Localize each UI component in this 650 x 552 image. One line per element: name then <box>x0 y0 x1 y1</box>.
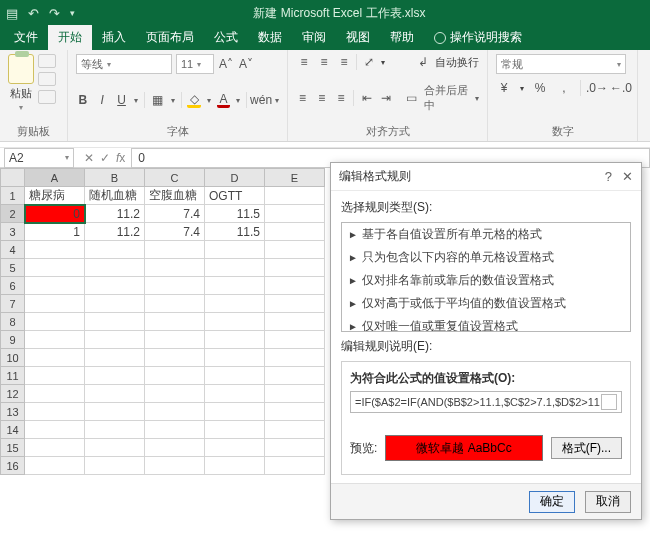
cell[interactable] <box>25 295 85 313</box>
cell[interactable] <box>265 367 325 385</box>
cell[interactable] <box>25 241 85 259</box>
cell[interactable] <box>205 259 265 277</box>
cell[interactable] <box>145 313 205 331</box>
font-name-combo[interactable]: 等线▾ <box>76 54 172 74</box>
cell[interactable] <box>265 439 325 457</box>
cell[interactable]: OGTT <box>205 187 265 205</box>
cell[interactable] <box>25 259 85 277</box>
cell[interactable] <box>205 403 265 421</box>
cell[interactable] <box>85 313 145 331</box>
cell[interactable] <box>265 223 325 241</box>
cell[interactable] <box>145 277 205 295</box>
rule-type-list[interactable]: ►基于各自值设置所有单元格的格式►只为包含以下内容的单元格设置格式►仅对排名靠前… <box>341 222 631 332</box>
cut-icon[interactable] <box>38 54 56 68</box>
cancel-icon[interactable]: ✕ <box>84 151 94 165</box>
row-header[interactable]: 8 <box>1 313 25 331</box>
cell[interactable] <box>25 367 85 385</box>
col-header[interactable]: C <box>145 169 205 187</box>
col-header[interactable]: A <box>25 169 85 187</box>
enter-icon[interactable]: ✓ <box>100 151 110 165</box>
cell[interactable] <box>145 403 205 421</box>
cell[interactable] <box>205 421 265 439</box>
cell[interactable] <box>145 439 205 457</box>
align-right-icon[interactable]: ≡ <box>334 90 347 106</box>
rule-type-item[interactable]: ►仅对唯一值或重复值设置格式 <box>342 315 630 332</box>
cell[interactable] <box>205 277 265 295</box>
cell[interactable] <box>145 241 205 259</box>
cell[interactable] <box>85 367 145 385</box>
rule-type-item[interactable]: ►仅对高于或低于平均值的数值设置格式 <box>342 292 630 315</box>
chevron-down-icon[interactable]: ▾ <box>19 103 23 112</box>
cell[interactable] <box>205 439 265 457</box>
cell[interactable] <box>265 295 325 313</box>
row-header[interactable]: 4 <box>1 241 25 259</box>
font-size-combo[interactable]: 11▾ <box>176 54 214 74</box>
ok-button[interactable]: 确定 <box>529 491 575 513</box>
cell[interactable] <box>145 331 205 349</box>
cell[interactable] <box>85 439 145 457</box>
cell[interactable] <box>205 313 265 331</box>
cell[interactable] <box>145 385 205 403</box>
wrap-text-label[interactable]: 自动换行 <box>435 55 479 70</box>
fill-color-icon[interactable]: ◇ <box>187 92 200 108</box>
tab-view[interactable]: 视图 <box>336 25 380 50</box>
row-header[interactable]: 15 <box>1 439 25 457</box>
percent-icon[interactable]: % <box>532 80 548 96</box>
tab-file[interactable]: 文件 <box>4 25 48 50</box>
italic-icon[interactable]: I <box>95 92 108 108</box>
cell[interactable] <box>265 313 325 331</box>
row-header[interactable]: 9 <box>1 331 25 349</box>
cell[interactable]: 随机血糖 <box>85 187 145 205</box>
format-button[interactable]: 格式(F)... <box>551 437 622 459</box>
help-icon[interactable]: ? <box>605 169 612 184</box>
comma-icon[interactable]: , <box>556 80 572 96</box>
cell[interactable] <box>25 331 85 349</box>
cell[interactable] <box>265 385 325 403</box>
increase-decimal-icon[interactable]: .0→ <box>589 80 605 96</box>
decrease-font-icon[interactable]: A˅ <box>238 56 254 72</box>
rule-type-item[interactable]: ►基于各自值设置所有单元格的格式 <box>342 223 630 246</box>
paste-button[interactable]: 粘贴 ▾ <box>8 54 34 112</box>
cell[interactable] <box>85 277 145 295</box>
tab-home[interactable]: 开始 <box>48 25 92 50</box>
range-picker-icon[interactable] <box>601 394 617 410</box>
col-header[interactable]: E <box>265 169 325 187</box>
chevron-down-icon[interactable]: ▾ <box>236 96 240 105</box>
cell[interactable]: 0 <box>25 205 85 223</box>
row-header[interactable]: 1 <box>1 187 25 205</box>
increase-font-icon[interactable]: A˄ <box>218 56 234 72</box>
row-header[interactable]: 7 <box>1 295 25 313</box>
chevron-down-icon[interactable]: ▾ <box>65 153 69 162</box>
cell[interactable] <box>205 331 265 349</box>
align-center-icon[interactable]: ≡ <box>315 90 328 106</box>
cell[interactable] <box>25 277 85 295</box>
cell[interactable]: 7.4 <box>145 223 205 241</box>
name-box[interactable]: A2 ▾ <box>4 148 74 168</box>
cell[interactable] <box>205 457 265 475</box>
cell[interactable] <box>85 421 145 439</box>
format-painter-icon[interactable] <box>38 90 56 104</box>
cell[interactable] <box>265 457 325 475</box>
merge-icon[interactable]: ▭ <box>405 90 418 106</box>
cell[interactable] <box>265 277 325 295</box>
chevron-down-icon[interactable]: ▾ <box>207 96 211 105</box>
cell[interactable] <box>145 295 205 313</box>
cell[interactable] <box>145 421 205 439</box>
chevron-down-icon[interactable]: ▾ <box>134 96 138 105</box>
row-header[interactable]: 16 <box>1 457 25 475</box>
cell[interactable] <box>25 403 85 421</box>
align-top-icon[interactable]: ≡ <box>296 54 312 70</box>
align-middle-icon[interactable]: ≡ <box>316 54 332 70</box>
cell[interactable] <box>25 439 85 457</box>
cell[interactable] <box>25 385 85 403</box>
cell[interactable]: 11.5 <box>205 205 265 223</box>
cell[interactable] <box>265 403 325 421</box>
cell[interactable] <box>265 331 325 349</box>
cell[interactable] <box>145 259 205 277</box>
rule-formula-input[interactable]: =IF($A$2=IF(AND($B$2>11.1,$C$2>7.1,$D$2>… <box>350 391 622 413</box>
cell[interactable] <box>145 457 205 475</box>
border-icon[interactable]: ▦ <box>151 92 164 108</box>
row-header[interactable]: 3 <box>1 223 25 241</box>
chevron-down-icon[interactable]: ▾ <box>475 94 479 103</box>
cell[interactable] <box>85 331 145 349</box>
